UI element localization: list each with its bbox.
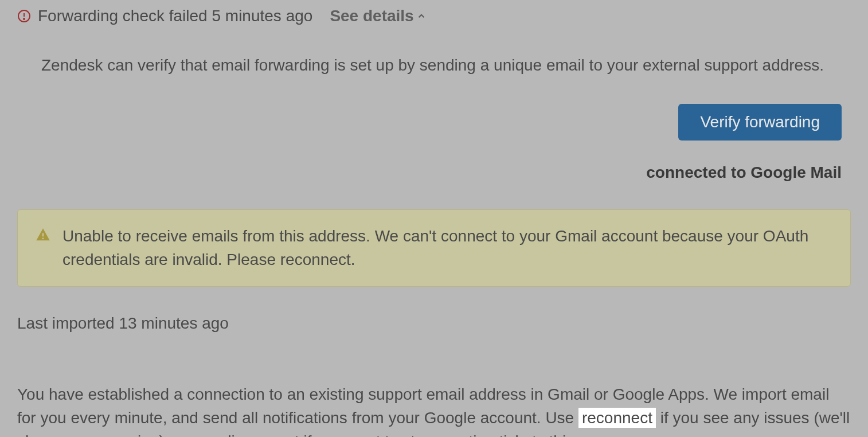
error-icon [17, 9, 31, 23]
connection-status: connected to Google Mail [646, 163, 842, 182]
verify-forwarding-button[interactable]: Verify forwarding [678, 104, 842, 141]
verify-description: Zendesk can verify that email forwarding… [17, 30, 851, 76]
last-imported-text: Last imported 13 minutes ago [17, 287, 851, 333]
warning-message: Unable to receive emails from this addre… [62, 225, 833, 271]
chevron-up-icon [416, 11, 427, 21]
connection-info: You have established a connection to an … [17, 333, 851, 437]
forwarding-status-row: Forwarding check failed 5 minutes ago Se… [17, 0, 851, 30]
see-details-toggle[interactable]: See details [330, 7, 426, 25]
svg-point-4 [42, 238, 44, 240]
reconnect-link[interactable]: reconnect [578, 408, 656, 428]
warning-alert: Unable to receive emails from this addre… [17, 209, 851, 287]
svg-point-2 [24, 18, 25, 19]
see-details-label: See details [330, 7, 413, 25]
warning-icon [35, 227, 51, 243]
forwarding-status-text: Forwarding check failed 5 minutes ago [38, 7, 312, 25]
